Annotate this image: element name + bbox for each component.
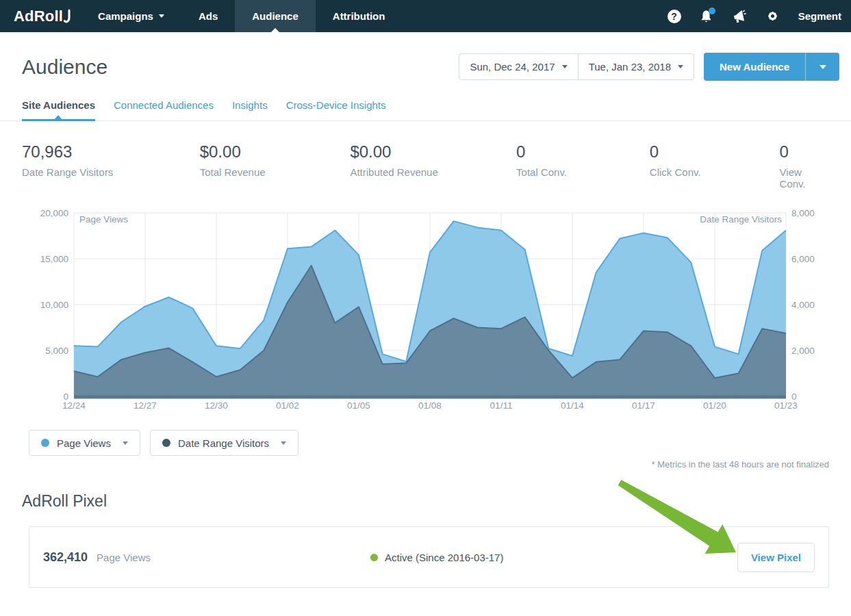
nav-item-label: Campaigns (98, 10, 153, 22)
gear-glyph (765, 9, 780, 23)
x-axis-tick: 01/23 (774, 400, 798, 411)
new-audience-dropdown-button[interactable] (805, 53, 839, 81)
status-dot-icon (370, 554, 378, 561)
x-axis-tick: 01/05 (347, 400, 370, 411)
nav-item-label: Ads (199, 10, 218, 22)
pixel-card: 362,410 Page Views Active (Since 2016-03… (29, 526, 829, 588)
date-range-start-button[interactable]: Sun, Dec 24, 2017 (459, 53, 578, 80)
right-axis-tick: 4,000 (791, 300, 815, 310)
stat-value: 70,963 (22, 142, 200, 162)
pixel-pageviews: 362,410 Page Views (43, 550, 370, 565)
stat-view-conv-: 0View Conv. (780, 142, 830, 190)
x-axis-tick: 12/24 (62, 400, 86, 411)
adroll-logo-text: AdRoll (14, 8, 63, 25)
page-header: Audience Sun, Dec 24, 2017 Tue, Jan 23, … (0, 32, 851, 81)
megaphone-icon[interactable] (731, 9, 748, 24)
help-icon[interactable]: ? (668, 10, 681, 23)
nav-item-label: Audience (252, 10, 299, 22)
x-axis-tick: 01/20 (703, 400, 726, 411)
tab-insights[interactable]: Insights (232, 92, 268, 120)
gear-icon[interactable] (765, 9, 780, 23)
notification-badge (709, 8, 715, 14)
tab-cross-device-insights[interactable]: Cross-Device Insights (286, 92, 386, 120)
stat-label: Date Range Visitors (22, 166, 200, 178)
stat-total-conv-: 0Total Conv. (516, 142, 650, 190)
right-axis-tick: 2,000 (791, 346, 815, 356)
chevron-down-icon (820, 65, 826, 69)
top-navbar: AdRoll CampaignsAdsAudienceAttribution ? (0, 0, 851, 32)
x-axis-tick: 01/08 (418, 400, 442, 411)
stat-click-conv-: 0Click Conv. (650, 142, 780, 190)
pixel-status-text: Active (Since 2016-03-17) (385, 552, 503, 563)
chevron-down-icon (562, 65, 568, 68)
right-axis-title: Date Range Visitors (700, 214, 782, 224)
legend-label: Date Range Visitors (178, 437, 269, 449)
metrics-footnote: * Metrics in the last 48 hours are not f… (22, 459, 829, 470)
stat-value: 0 (516, 142, 650, 162)
account-menu[interactable]: Segment (798, 10, 841, 22)
adroll-logo-curl-icon (64, 9, 71, 25)
chart-legend: Page ViewsDate Range Visitors (29, 430, 851, 456)
stat-date-range-visitors: 70,963Date Range Visitors (22, 142, 200, 190)
megaphone-glyph (731, 9, 748, 24)
x-axis-line (74, 396, 786, 399)
area-chart-svg: 05,00010,00015,00020,00002,0004,0006,000… (21, 207, 828, 413)
left-axis-title: Page Views (79, 214, 128, 224)
audience-tabs: Site AudiencesConnected AudiencesInsight… (0, 92, 851, 121)
traffic-chart: 05,00010,00015,00020,00002,0004,0006,000… (21, 207, 828, 413)
stat-attributed-revenue: $0.00Attributed Revenue (350, 142, 516, 190)
stat-value: 0 (650, 142, 780, 162)
chevron-down-icon (678, 65, 683, 68)
stat-value: 0 (780, 142, 830, 162)
x-axis-tick: 01/14 (561, 400, 584, 411)
help-glyph: ? (668, 10, 681, 23)
x-axis-tick: 01/17 (632, 400, 655, 411)
view-pixel-button[interactable]: View Pixel (737, 543, 815, 572)
left-axis-tick: 15,000 (40, 254, 68, 264)
pixel-pageviews-value: 362,410 (43, 550, 88, 565)
nav-item-audience[interactable]: Audience (235, 0, 316, 32)
page-title: Audience (22, 55, 107, 79)
left-axis-tick: 5,000 (45, 346, 68, 356)
tab-site-audiences[interactable]: Site Audiences (22, 92, 95, 120)
legend-toggle-page-views[interactable]: Page Views (29, 430, 140, 456)
stat-label: Attributed Revenue (350, 166, 516, 178)
right-axis-tick: 8,000 (791, 208, 815, 218)
stat-label: Click Conv. (650, 166, 780, 178)
series-dot-icon (41, 439, 49, 447)
date-range-end-button[interactable]: Tue, Jan 23, 2018 (578, 53, 694, 80)
chevron-down-icon (123, 441, 128, 445)
pixel-pageviews-label: Page Views (97, 552, 151, 563)
left-axis-tick: 10,000 (40, 300, 68, 310)
x-axis-tick: 01/02 (276, 400, 299, 411)
tab-connected-audiences[interactable]: Connected Audiences (114, 92, 214, 120)
stat-value: $0.00 (350, 142, 516, 162)
pixel-section-title: AdRoll Pixel (22, 492, 851, 511)
stat-total-revenue: $0.00Total Revenue (200, 142, 351, 190)
legend-toggle-date-range-visitors[interactable]: Date Range Visitors (150, 430, 299, 456)
right-axis-tick: 6,000 (791, 254, 815, 264)
x-axis-tick: 12/27 (134, 400, 157, 411)
nav-item-attribution[interactable]: Attribution (316, 0, 403, 32)
primary-nav: CampaignsAdsAudienceAttribution (81, 0, 402, 32)
date-range-start-label: Sun, Dec 24, 2017 (470, 61, 555, 73)
chevron-down-icon (159, 14, 164, 18)
series-dot-icon (162, 439, 170, 447)
notification-bell-icon[interactable] (699, 9, 713, 24)
x-axis-tick: 01/11 (490, 400, 513, 411)
chevron-down-icon (281, 441, 286, 445)
stat-label: Total Conv. (516, 166, 650, 178)
header-controls: Sun, Dec 24, 2017 Tue, Jan 23, 2018 New … (459, 53, 839, 81)
navbar-right: ? Segment (659, 0, 851, 32)
legend-label: Page Views (57, 437, 111, 449)
summary-stats: 70,963Date Range Visitors$0.00Total Reve… (0, 121, 851, 190)
new-audience-button[interactable]: New Audience (704, 53, 805, 81)
left-axis-tick: 20,000 (40, 208, 68, 218)
adroll-logo[interactable]: AdRoll (14, 0, 71, 32)
nav-item-campaigns[interactable]: Campaigns (81, 0, 181, 32)
stat-label: View Conv. (780, 166, 830, 190)
x-axis-tick: 12/30 (205, 400, 228, 411)
nav-item-label: Attribution (333, 10, 385, 22)
date-range-end-label: Tue, Jan 23, 2018 (589, 61, 671, 73)
nav-item-ads[interactable]: Ads (181, 0, 235, 32)
